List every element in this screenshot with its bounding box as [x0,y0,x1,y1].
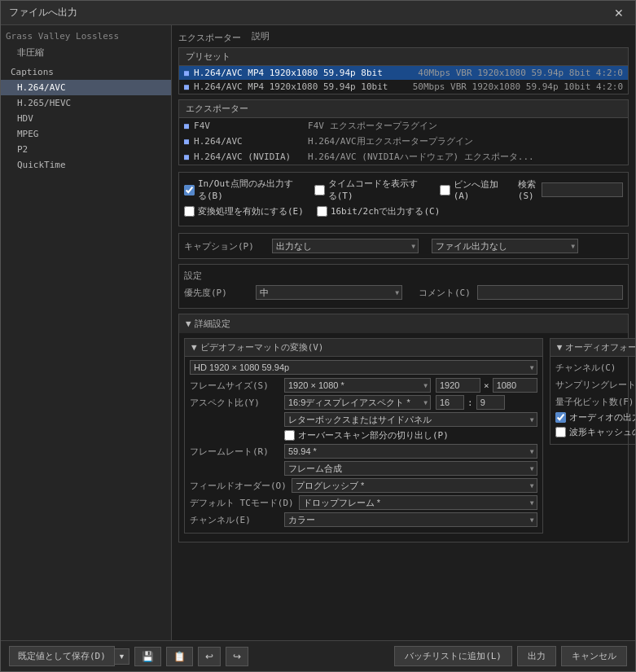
convert-input[interactable] [184,206,195,217]
priority-select[interactable]: 低 中 高 [256,285,402,300]
frame-size-select[interactable]: 1920 × 1080 * [284,378,431,393]
output-button[interactable]: 出力 [517,646,556,666]
copy-icon-button[interactable]: 📋 [166,647,193,666]
close-button[interactable]: ✕ [611,7,627,20]
size-height-input[interactable] [493,378,537,393]
bin-checkbox[interactable]: ビンへ追加(A) [440,178,505,201]
tcmode-select[interactable]: ドロップフレーム * [299,495,537,510]
detail-content: ▼ ビデオフォーマットの変換(V) HD 1920 × 1080 59.94p [179,333,628,542]
waveform-input[interactable] [555,427,566,437]
fieldorder-row: フィールドオーダー(O) プログレッシブ * [190,478,537,493]
convert-label: 変換処理を有効にする(E) [198,205,304,217]
preset-header: プリセット [179,48,628,66]
sampling-row: サンプリングレート(T) 現在のプロジェクト設... [555,377,635,392]
preset-row-0[interactable]: ■ H.264/AVC MP4 1920x1080 59.94p 8bit 40… [179,66,628,80]
exporter-icon-1: ■ [184,137,189,146]
sidebar-item-mpeg[interactable]: MPEG [1,126,171,142]
overscan-checkbox[interactable]: オーバースキャン部分の切り出し(P) [284,429,449,441]
aspect-inputs: : [436,395,505,410]
preset-row-1[interactable]: ■ H.264/AVC MP4 1920x1080 59.94p 10bit 5… [179,80,628,94]
exporter-name-2: H.264/AVC (NVIDIA) [194,152,308,162]
desc-label: 説明 [252,30,629,42]
audio-output-input[interactable] [555,412,566,423]
frame-size-label: フレームサイズ(S) [190,380,279,392]
resolution-select[interactable]: HD 1920 × 1080 59.94p [190,360,537,375]
inout-checkbox[interactable]: In/Out点間のみ出力する(B) [184,178,301,202]
channel-select[interactable]: カラー [284,512,537,527]
save-icon-button[interactable]: 💾 [134,647,161,666]
sidebar-item-label: H.265/HEVC [17,98,71,108]
save-group: 既定値として保存(D) ▼ [9,646,129,666]
sidebar-item-hdv[interactable]: HDV [1,111,171,126]
size-width-input[interactable] [436,378,480,393]
fieldorder-select[interactable]: プログレッシブ * [292,478,537,493]
tcmode-select-wrapper: ドロップフレーム * [299,495,537,510]
cancel-button[interactable]: キャンセル [561,646,627,666]
sidebar-item-non-compress[interactable]: 非圧縮 [1,44,171,61]
bit16-checkbox[interactable]: 16bit/2chで出力する(C) [317,205,440,217]
sidebar-item-label: Grass Valley Lossless [6,31,119,42]
bottom-bar: 既定値として保存(D) ▼ 💾 📋 ↩ ↪ バッチリストに追加(L) 出力 キャ… [1,640,635,671]
sidebar-item-h264[interactable]: H.264/AVC [1,80,171,95]
aspect-select[interactable]: 16:9ディスプレイアスペクト * [284,395,431,410]
exporter-name-0: F4V [194,121,308,131]
exporter-row-0[interactable]: ■ F4V F4V エクスポータープラグイン [179,118,628,134]
framerate-select[interactable]: 59.94 * [284,444,537,459]
sidebar-item-grass-valley[interactable]: Grass Valley Lossless [1,29,171,44]
frame-size-row: フレームサイズ(S) 1920 × 1080 * [190,378,537,393]
exporter-name-1: H.264/AVC [194,136,308,147]
letterbox-row: レターボックスまたはサイドパネル [190,412,537,427]
quantize-row: 量子化ビット数(F) 現在のプロジェクト設... [555,394,635,409]
convert-checkbox[interactable]: 変換処理を有効にする(E) [184,205,304,217]
sidebar-item-label: 非圧縮 [17,47,44,58]
detail-header[interactable]: ▼ 詳細設定 [179,314,628,333]
exporter-label: エクスポーター [178,30,243,44]
sidebar-item-h265[interactable]: H.265/HEVC [1,95,171,111]
batch-button[interactable]: バッチリストに追加(L) [394,646,512,666]
save-dropdown-button[interactable]: ▼ [115,648,129,665]
overscan-input[interactable] [284,430,295,441]
video-collapse-icon: ▼ [191,342,197,353]
overscan-label: オーバースキャン部分の切り出し(P) [298,429,449,441]
bin-input[interactable] [440,185,450,195]
inout-input[interactable] [184,185,195,195]
audio-header-label: オーディオフォーマットの変換(A) [565,341,635,354]
export-icon-button[interactable]: ↩ [198,647,221,666]
framemerge-select[interactable]: フレーム合成 [284,461,537,476]
sidebar-item-label: QuickTime [17,160,66,170]
caption-file-select[interactable]: ファイル出力なし [432,239,578,253]
priority-label: 優先度(P) [184,287,249,299]
waveform-checkbox[interactable]: 波形キャッシュの作成(W) [555,426,635,438]
export-icon: ↩ [205,651,213,662]
audio-header[interactable]: ▼ オーディオフォーマットの変換(A) [550,339,635,357]
exporter-row-1[interactable]: ■ H.264/AVC H.264/AVC用エクスポータープラグイン [179,134,628,149]
col-left: ▼ ビデオフォーマットの変換(V) HD 1920 × 1080 59.94p [184,338,543,537]
sidebar: Grass Valley Lossless 非圧縮 Captions H.264… [1,25,172,644]
sidebar-item-captions[interactable]: Captions [1,64,171,80]
share-icon-button[interactable]: ↪ [226,647,248,666]
detail-section: ▼ 詳細設定 ▼ ビデオフォーマットの変換(V) [178,314,629,542]
exporter-desc-1: H.264/AVC用エクスポータープラグイン [308,135,473,147]
exporter-desc-0: F4V エクスポータープラグイン [308,120,437,132]
preset-box: プリセット ■ H.264/AVC MP4 1920x1080 59.94p 8… [178,47,629,94]
video-header[interactable]: ▼ ビデオフォーマットの変換(V) [185,339,542,357]
timecode-input[interactable] [314,185,325,195]
search-input[interactable] [542,182,623,197]
exporter-icon-2: ■ [184,152,189,161]
aspect-h-input[interactable] [476,395,505,410]
save-default-button[interactable]: 既定値として保存(D) [9,646,115,666]
exporter-icon-0: ■ [184,121,189,130]
exporter-row-2[interactable]: ■ H.264/AVC (NVIDIA) H.264/AVC (NVIDIAハー… [179,149,628,165]
sidebar-item-quicktime[interactable]: QuickTime [1,157,171,173]
bit16-input[interactable] [317,206,327,217]
aspect-w-input[interactable] [436,395,464,410]
letterbox-select[interactable]: レターボックスまたはサイドパネル [284,412,537,427]
aspect-label: アスペクト比(Y) [190,397,279,409]
caption-select[interactable]: 出力なし [272,239,419,253]
timecode-checkbox[interactable]: タイムコードを表示する(T) [314,178,427,202]
audio-output-checkbox[interactable]: オーディオの出力(X) [555,411,635,424]
sidebar-item-p2[interactable]: P2 [1,142,171,157]
comment-input[interactable] [477,285,623,300]
two-col: ▼ ビデオフォーマットの変換(V) HD 1920 × 1080 59.94p [184,338,623,537]
title-bar: ファイルへ出力 ✕ [1,1,635,25]
